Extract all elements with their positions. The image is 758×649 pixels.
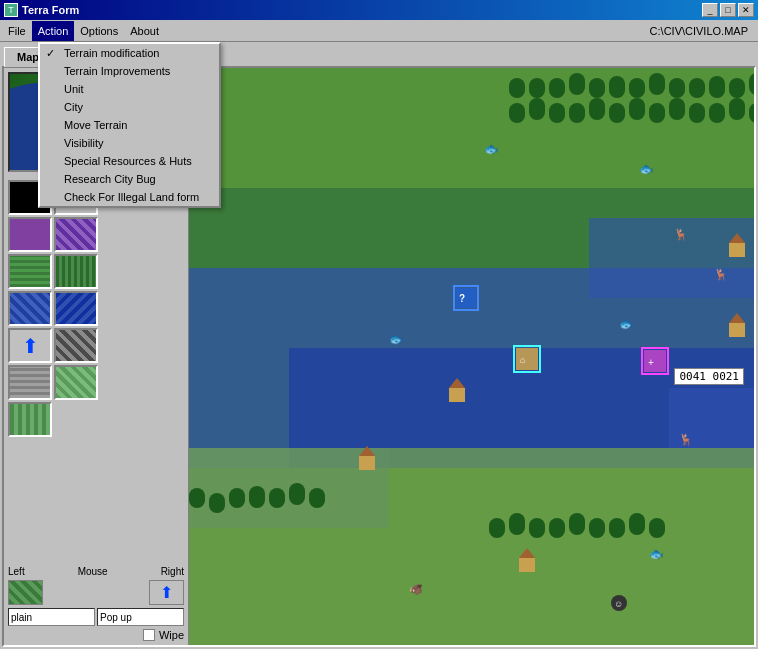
svg-rect-12 [589, 78, 605, 98]
svg-text:☺: ☺ [614, 599, 623, 609]
menu-options[interactable]: Options [74, 21, 124, 41]
svg-rect-25 [589, 98, 605, 120]
menu-item-city[interactable]: City [40, 98, 219, 116]
svg-rect-31 [709, 103, 725, 123]
palette-cell-purple2[interactable] [54, 217, 98, 252]
svg-rect-36 [229, 488, 245, 508]
menu-item-special-resources[interactable]: Special Resources & Huts [40, 152, 219, 170]
svg-rect-27 [629, 98, 645, 120]
svg-rect-38 [269, 488, 285, 508]
palette-cell-green[interactable] [8, 254, 52, 289]
palette-cell-green2[interactable] [54, 254, 98, 289]
svg-text:🦌: 🦌 [714, 267, 728, 281]
palette-cell-striped[interactable] [54, 328, 98, 363]
menu-item-move-terrain[interactable]: Move Terrain [40, 116, 219, 134]
map-canvas: 🐟 🐟 🐟 🐟 🐟 🦌 🦌 🦌 🐗 [189, 68, 754, 645]
svg-rect-24 [569, 103, 585, 123]
svg-rect-47 [609, 518, 625, 538]
action-dropdown-menu: Terrain modification Terrain Improvement… [38, 42, 221, 208]
svg-rect-28 [649, 103, 665, 123]
svg-rect-58 [449, 388, 465, 402]
svg-rect-10 [549, 78, 565, 98]
palette-cell-purple[interactable] [8, 217, 52, 252]
coord-display: 0041 0021 [674, 368, 744, 385]
svg-rect-37 [249, 486, 265, 508]
maximize-button[interactable]: □ [720, 3, 736, 17]
svg-rect-13 [609, 76, 625, 98]
svg-text:🦌: 🦌 [679, 432, 693, 446]
svg-text:🐗: 🐗 [409, 582, 423, 596]
svg-rect-32 [729, 98, 745, 120]
palette-cell-blue[interactable] [8, 291, 52, 326]
svg-rect-19 [729, 78, 745, 98]
svg-rect-45 [569, 513, 585, 535]
palette-cell-arrow[interactable]: ⬆ [8, 328, 52, 363]
svg-rect-17 [689, 78, 705, 98]
left-swatch [8, 580, 43, 605]
wipe-label: Wipe [159, 629, 184, 641]
menu-about[interactable]: About [124, 21, 165, 41]
status-fields: plain Pop up [8, 608, 184, 626]
window-title: Terra Form [22, 4, 79, 16]
menu-item-visibility[interactable]: Visibility [40, 134, 219, 152]
palette-grid: ⊕ ⬆ [8, 180, 184, 437]
svg-text:⌂: ⌂ [520, 355, 525, 365]
svg-rect-40 [309, 488, 325, 508]
svg-rect-34 [189, 488, 205, 508]
map-area[interactable]: 🐟 🐟 🐟 🐟 🐟 🦌 🦌 🦌 🐗 [189, 68, 754, 645]
svg-rect-14 [629, 78, 645, 98]
svg-text:+: + [648, 357, 654, 368]
menu-item-terrain-improvements[interactable]: Terrain Improvements [40, 62, 219, 80]
status-swatches: ⬆ [8, 580, 184, 605]
svg-rect-35 [209, 493, 225, 513]
file-path: C:\CIV\CIVILO.MAP [650, 25, 748, 37]
menu-item-check-illegal[interactable]: Check For Illegal Land form [40, 188, 219, 206]
svg-rect-11 [569, 73, 585, 95]
title-bar: T Terra Form _ □ ✕ [0, 0, 758, 20]
svg-rect-29 [669, 98, 685, 120]
svg-rect-56 [729, 323, 745, 337]
wipe-checkbox[interactable] [143, 629, 155, 641]
fish-icon5: 🐟 [649, 546, 664, 561]
svg-rect-62 [359, 456, 375, 470]
svg-rect-54 [729, 243, 745, 257]
fish-icon2: 🐟 [639, 161, 654, 176]
svg-rect-26 [609, 103, 625, 123]
checkbox-row: Wipe [8, 629, 184, 641]
menu-item-terrain-mod[interactable]: Terrain modification [40, 44, 219, 62]
status-labels: Left Mouse Right [8, 566, 184, 577]
svg-rect-15 [649, 73, 665, 95]
svg-rect-48 [629, 513, 645, 535]
menu-file[interactable]: File [2, 21, 32, 41]
fish-icon3: 🐟 [619, 316, 634, 331]
window-controls[interactable]: _ □ ✕ [702, 3, 754, 17]
svg-rect-44 [549, 518, 565, 538]
svg-rect-39 [289, 483, 305, 505]
palette-cell-lt-green2[interactable] [8, 402, 52, 437]
app-icon: T [4, 3, 18, 17]
svg-rect-41 [489, 518, 505, 538]
svg-rect-30 [689, 103, 705, 123]
svg-rect-46 [589, 518, 605, 538]
svg-rect-8 [509, 78, 525, 98]
minimize-button[interactable]: _ [702, 3, 718, 17]
menu-item-research-city-bug[interactable]: Research City Bug [40, 170, 219, 188]
fish-icon: 🐟 [484, 141, 499, 156]
menu-action[interactable]: Action [32, 21, 75, 41]
right-swatch: ⬆ [149, 580, 184, 605]
svg-rect-18 [709, 76, 725, 98]
svg-rect-23 [549, 103, 565, 123]
left-field: plain [8, 608, 95, 626]
svg-text:🦌: 🦌 [674, 227, 688, 241]
menu-item-unit[interactable]: Unit [40, 80, 219, 98]
close-button[interactable]: ✕ [738, 3, 754, 17]
palette-cell-blue2[interactable] [54, 291, 98, 326]
palette-cell-gray[interactable] [8, 365, 52, 400]
right-label: Right [161, 566, 184, 577]
svg-rect-3 [589, 218, 754, 298]
svg-rect-21 [509, 103, 525, 123]
palette-cell-lt-green[interactable] [54, 365, 98, 400]
svg-rect-43 [529, 518, 545, 538]
svg-rect-7 [189, 448, 754, 645]
fish-icon4: 🐟 [389, 331, 404, 346]
